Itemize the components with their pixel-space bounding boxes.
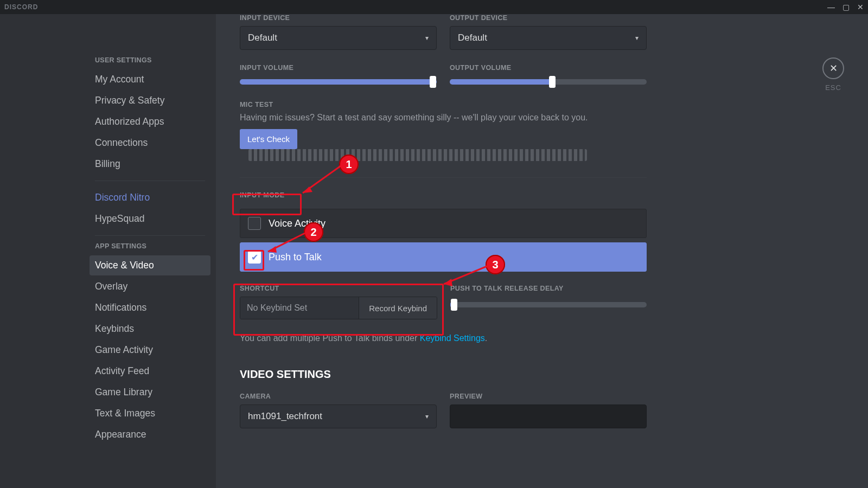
sidebar-item-authorized-apps[interactable]: Authorized Apps xyxy=(90,112,210,132)
keybind-input[interactable]: No Keybind Set Record Keybind xyxy=(240,297,437,319)
output-device-value: Default xyxy=(458,33,487,43)
close-settings-button[interactable]: ✕ xyxy=(822,57,844,79)
sidebar-item-keybinds[interactable]: Keybinds xyxy=(90,319,210,339)
mic-test-label: MIC TEST xyxy=(240,101,647,108)
record-keybind-button[interactable]: Record Keybind xyxy=(359,297,437,319)
keybind-hint: You can add multiple Push to Talk binds … xyxy=(240,333,844,343)
sidebar-item-overlay[interactable]: Overlay xyxy=(90,277,210,297)
input-device-select[interactable]: Default ▾ xyxy=(240,26,437,50)
sidebar-separator xyxy=(95,235,205,236)
close-window-icon[interactable]: ✕ xyxy=(857,3,864,11)
output-volume-label: OUTPUT VOLUME xyxy=(450,64,647,72)
keybind-value: No Keybind Set xyxy=(240,297,359,319)
sidebar-item-game-library[interactable]: Game Library xyxy=(90,382,210,402)
close-settings: ✕ ESC xyxy=(822,57,844,92)
window-controls: — ▢ ✕ xyxy=(827,3,864,11)
sidebar-item-notifications[interactable]: Notifications xyxy=(90,298,210,318)
sidebar-category-app: APP SETTINGS xyxy=(95,242,205,250)
radio-label: Voice Activity xyxy=(269,218,326,229)
preview-label: PREVIEW xyxy=(450,393,647,400)
input-mode-push-to-talk[interactable]: ✔ Push to Talk xyxy=(240,242,647,272)
sidebar-item-connections[interactable]: Connections xyxy=(90,133,210,153)
checkbox-icon xyxy=(248,217,261,230)
input-device-value: Default xyxy=(248,33,277,43)
input-mode-label: INPUT MODE xyxy=(240,191,284,199)
output-volume-slider[interactable] xyxy=(450,79,647,85)
checkbox-checked-icon: ✔ xyxy=(248,251,261,264)
maximize-icon[interactable]: ▢ xyxy=(843,3,850,11)
chevron-down-icon: ▾ xyxy=(425,413,429,420)
minimize-icon[interactable]: — xyxy=(827,3,835,11)
sidebar-item-activity-feed[interactable]: Activity Feed xyxy=(90,361,210,381)
input-volume-label: INPUT VOLUME xyxy=(240,64,437,72)
sidebar-item-privacy-safety[interactable]: Privacy & Safety xyxy=(90,91,210,111)
sidebar-item-discord-nitro[interactable]: Discord Nitro xyxy=(90,188,210,208)
sidebar-item-appearance[interactable]: Appearance xyxy=(90,425,210,445)
camera-select[interactable]: hm1091_techfront ▾ xyxy=(240,404,437,428)
video-settings-heading: VIDEO SETTINGS xyxy=(240,368,844,381)
input-device-label: INPUT DEVICE xyxy=(240,14,437,22)
chevron-down-icon: ▾ xyxy=(425,34,429,42)
mic-test-help: Having mic issues? Start a test and say … xyxy=(240,113,647,123)
shortcut-label: SHORTCUT xyxy=(240,285,437,292)
close-esc-label: ESC xyxy=(822,84,844,92)
mic-test-button[interactable]: Let's Check xyxy=(240,129,297,149)
camera-label: CAMERA xyxy=(240,393,437,400)
sidebar-category-user: USER SETTINGS xyxy=(95,56,205,64)
sidebar-item-billing[interactable]: Billing xyxy=(90,154,210,174)
app-brand: DISCORD xyxy=(4,3,38,11)
output-device-label: OUTPUT DEVICE xyxy=(450,14,647,22)
sidebar-separator xyxy=(95,181,205,181)
mic-level-meter xyxy=(248,149,587,161)
output-device-select[interactable]: Default ▾ xyxy=(450,26,647,50)
radio-label: Push to Talk xyxy=(269,252,322,263)
chevron-down-icon: ▾ xyxy=(635,34,639,42)
camera-value: hm1091_techfront xyxy=(248,411,322,422)
sidebar-item-text-images[interactable]: Text & Images xyxy=(90,403,210,423)
titlebar: DISCORD — ▢ ✕ xyxy=(0,0,868,14)
ptt-release-delay-slider[interactable] xyxy=(450,302,647,307)
section-divider xyxy=(240,177,647,178)
settings-sidebar: USER SETTINGS My Account Privacy & Safet… xyxy=(0,14,216,488)
input-mode-voice-activity[interactable]: Voice Activity xyxy=(240,209,647,238)
camera-preview xyxy=(450,404,647,428)
sidebar-item-voice-video[interactable]: Voice & Video xyxy=(90,255,210,275)
sidebar-item-my-account[interactable]: My Account xyxy=(90,69,210,89)
sidebar-item-hypesquad[interactable]: HypeSquad xyxy=(90,209,210,229)
input-volume-slider[interactable] xyxy=(240,79,437,85)
settings-content: ✕ ESC INPUT DEVICE Default ▾ OUTPUT DEVI… xyxy=(216,14,868,488)
sidebar-item-game-activity[interactable]: Game Activity xyxy=(90,340,210,360)
keybind-settings-link[interactable]: Keybind Settings xyxy=(420,333,485,343)
ptt-release-delay-label: PUSH TO TALK RELEASE DELAY xyxy=(450,285,647,292)
